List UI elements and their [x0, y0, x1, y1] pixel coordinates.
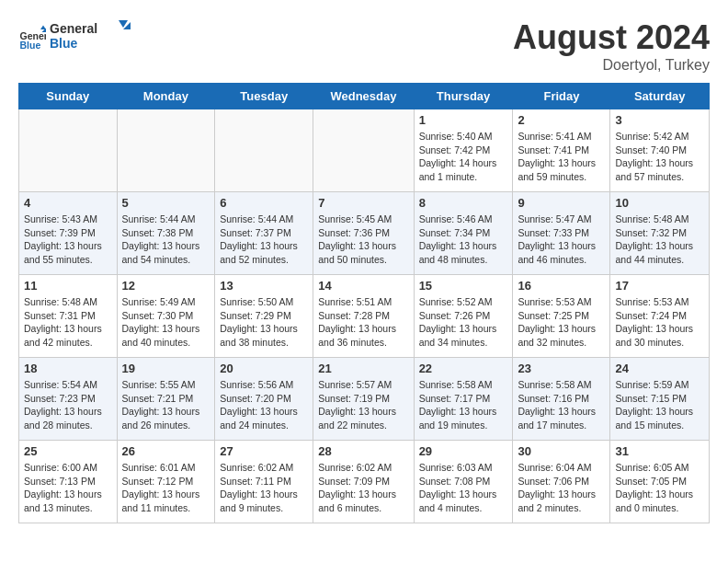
- calendar-cell: 14Sunrise: 5:51 AMSunset: 7:28 PMDayligh…: [313, 275, 414, 358]
- day-number: 28: [318, 444, 408, 458]
- day-number: 13: [220, 279, 308, 293]
- week-row-1: 1Sunrise: 5:40 AMSunset: 7:42 PMDaylight…: [19, 109, 710, 192]
- day-number: 21: [318, 362, 408, 375]
- day-number: 24: [615, 362, 704, 375]
- day-number: 2: [518, 113, 605, 127]
- day-number: 8: [419, 196, 508, 210]
- day-info: Sunrise: 6:02 AMSunset: 7:11 PMDaylight:…: [220, 461, 308, 515]
- day-number: 30: [518, 444, 605, 458]
- day-number: 11: [24, 279, 112, 293]
- calendar-cell: 1Sunrise: 5:40 AMSunset: 7:42 PMDaylight…: [414, 109, 513, 192]
- day-info: Sunrise: 5:53 AMSunset: 7:24 PMDaylight:…: [615, 295, 704, 350]
- calendar-cell: 20Sunrise: 5:56 AMSunset: 7:20 PMDayligh…: [215, 358, 313, 441]
- calendar-cell: 22Sunrise: 5:58 AMSunset: 7:17 PMDayligh…: [414, 358, 513, 441]
- calendar-cell: 8Sunrise: 5:46 AMSunset: 7:34 PMDaylight…: [414, 192, 513, 275]
- calendar-cell: 3Sunrise: 5:42 AMSunset: 7:40 PMDaylight…: [610, 109, 710, 192]
- day-number: 20: [220, 362, 308, 375]
- calendar-cell: [215, 109, 313, 192]
- day-number: 16: [518, 279, 605, 293]
- calendar-cell: 5Sunrise: 5:44 AMSunset: 7:38 PMDaylight…: [117, 192, 215, 275]
- page-header: General Blue General Blue August 2024 Do…: [18, 18, 710, 74]
- svg-marker-2: [40, 25, 46, 29]
- day-info: Sunrise: 6:05 AMSunset: 7:05 PMDaylight:…: [615, 461, 704, 515]
- day-number: 29: [419, 444, 508, 458]
- day-number: 18: [24, 362, 112, 375]
- day-info: Sunrise: 5:57 AMSunset: 7:19 PMDaylight:…: [318, 378, 408, 432]
- day-info: Sunrise: 5:54 AMSunset: 7:23 PMDaylight:…: [24, 378, 112, 432]
- day-number: 1: [419, 113, 508, 127]
- day-number: 23: [518, 362, 605, 375]
- day-number: 25: [24, 444, 112, 458]
- day-number: 27: [220, 444, 308, 458]
- day-number: 26: [122, 444, 210, 458]
- day-info: Sunrise: 6:03 AMSunset: 7:08 PMDaylight:…: [419, 461, 508, 515]
- weekday-header-friday: Friday: [513, 84, 610, 109]
- day-info: Sunrise: 5:43 AMSunset: 7:39 PMDaylight:…: [24, 213, 112, 267]
- day-info: Sunrise: 5:49 AMSunset: 7:30 PMDaylight:…: [122, 295, 210, 350]
- day-info: Sunrise: 5:56 AMSunset: 7:20 PMDaylight:…: [220, 378, 308, 432]
- day-info: Sunrise: 6:02 AMSunset: 7:09 PMDaylight:…: [318, 461, 408, 515]
- calendar-cell: 23Sunrise: 5:58 AMSunset: 7:16 PMDayligh…: [513, 358, 610, 441]
- calendar-cell: [117, 109, 215, 192]
- day-info: Sunrise: 5:42 AMSunset: 7:40 PMDaylight:…: [615, 130, 704, 184]
- day-number: 12: [122, 279, 210, 293]
- calendar-cell: 18Sunrise: 5:54 AMSunset: 7:23 PMDayligh…: [19, 358, 118, 441]
- day-number: 17: [615, 279, 704, 293]
- calendar-cell: 16Sunrise: 5:53 AMSunset: 7:25 PMDayligh…: [513, 275, 610, 358]
- day-info: Sunrise: 5:48 AMSunset: 7:31 PMDaylight:…: [24, 295, 112, 350]
- calendar-cell: 19Sunrise: 5:55 AMSunset: 7:21 PMDayligh…: [117, 358, 215, 441]
- weekday-header-tuesday: Tuesday: [215, 84, 313, 109]
- day-number: 10: [615, 196, 704, 210]
- calendar-cell: [19, 109, 118, 192]
- weekday-header-row: SundayMondayTuesdayWednesdayThursdayFrid…: [19, 84, 710, 109]
- svg-text:Blue: Blue: [20, 40, 41, 51]
- calendar-cell: 4Sunrise: 5:43 AMSunset: 7:39 PMDaylight…: [19, 192, 118, 275]
- calendar-cell: 21Sunrise: 5:57 AMSunset: 7:19 PMDayligh…: [313, 358, 414, 441]
- location-subtitle: Doertyol, Turkey: [513, 57, 710, 74]
- calendar-cell: 24Sunrise: 5:59 AMSunset: 7:15 PMDayligh…: [610, 358, 710, 441]
- day-info: Sunrise: 5:46 AMSunset: 7:34 PMDaylight:…: [419, 213, 508, 267]
- day-info: Sunrise: 5:44 AMSunset: 7:37 PMDaylight:…: [220, 213, 308, 267]
- week-row-5: 25Sunrise: 6:00 AMSunset: 7:13 PMDayligh…: [19, 441, 710, 523]
- calendar-cell: 30Sunrise: 6:04 AMSunset: 7:06 PMDayligh…: [513, 441, 610, 523]
- day-info: Sunrise: 6:01 AMSunset: 7:12 PMDaylight:…: [122, 461, 210, 515]
- calendar-cell: 25Sunrise: 6:00 AMSunset: 7:13 PMDayligh…: [19, 441, 118, 523]
- day-info: Sunrise: 5:55 AMSunset: 7:21 PMDaylight:…: [122, 378, 210, 432]
- day-number: 31: [615, 444, 704, 458]
- day-info: Sunrise: 5:58 AMSunset: 7:17 PMDaylight:…: [419, 378, 508, 432]
- day-info: Sunrise: 5:47 AMSunset: 7:33 PMDaylight:…: [518, 213, 605, 267]
- day-number: 14: [318, 279, 408, 293]
- calendar-cell: 6Sunrise: 5:44 AMSunset: 7:37 PMDaylight…: [215, 192, 313, 275]
- day-number: 19: [122, 362, 210, 375]
- calendar-cell: 26Sunrise: 6:01 AMSunset: 7:12 PMDayligh…: [117, 441, 215, 523]
- day-info: Sunrise: 5:53 AMSunset: 7:25 PMDaylight:…: [518, 295, 605, 350]
- day-number: 7: [318, 196, 408, 210]
- title-area: August 2024 Doertyol, Turkey: [513, 18, 710, 74]
- calendar-cell: 2Sunrise: 5:41 AMSunset: 7:41 PMDaylight…: [513, 109, 610, 192]
- day-number: 6: [220, 196, 308, 210]
- weekday-header-saturday: Saturday: [610, 84, 710, 109]
- svg-text:Blue: Blue: [50, 36, 78, 51]
- week-row-3: 11Sunrise: 5:48 AMSunset: 7:31 PMDayligh…: [19, 275, 710, 358]
- day-info: Sunrise: 5:52 AMSunset: 7:26 PMDaylight:…: [419, 295, 508, 350]
- month-year-title: August 2024: [513, 18, 710, 57]
- calendar-table: SundayMondayTuesdayWednesdayThursdayFrid…: [18, 83, 710, 523]
- calendar-cell: 28Sunrise: 6:02 AMSunset: 7:09 PMDayligh…: [313, 441, 414, 523]
- calendar-cell: 29Sunrise: 6:03 AMSunset: 7:08 PMDayligh…: [414, 441, 513, 523]
- logo: General Blue General Blue: [18, 18, 132, 56]
- day-info: Sunrise: 5:48 AMSunset: 7:32 PMDaylight:…: [615, 213, 704, 267]
- day-info: Sunrise: 6:00 AMSunset: 7:13 PMDaylight:…: [24, 461, 112, 515]
- calendar-cell: 17Sunrise: 5:53 AMSunset: 7:24 PMDayligh…: [610, 275, 710, 358]
- week-row-2: 4Sunrise: 5:43 AMSunset: 7:39 PMDaylight…: [19, 192, 710, 275]
- day-info: Sunrise: 5:50 AMSunset: 7:29 PMDaylight:…: [220, 295, 308, 350]
- day-info: Sunrise: 5:44 AMSunset: 7:38 PMDaylight:…: [122, 213, 210, 267]
- day-number: 22: [419, 362, 508, 375]
- calendar-cell: 10Sunrise: 5:48 AMSunset: 7:32 PMDayligh…: [610, 192, 710, 275]
- day-number: 15: [419, 279, 508, 293]
- day-info: Sunrise: 6:04 AMSunset: 7:06 PMDaylight:…: [518, 461, 605, 515]
- weekday-header-wednesday: Wednesday: [313, 84, 414, 109]
- calendar-cell: 12Sunrise: 5:49 AMSunset: 7:30 PMDayligh…: [117, 275, 215, 358]
- day-info: Sunrise: 5:51 AMSunset: 7:28 PMDaylight:…: [318, 295, 408, 350]
- day-info: Sunrise: 5:45 AMSunset: 7:36 PMDaylight:…: [318, 213, 408, 267]
- weekday-header-monday: Monday: [117, 84, 215, 109]
